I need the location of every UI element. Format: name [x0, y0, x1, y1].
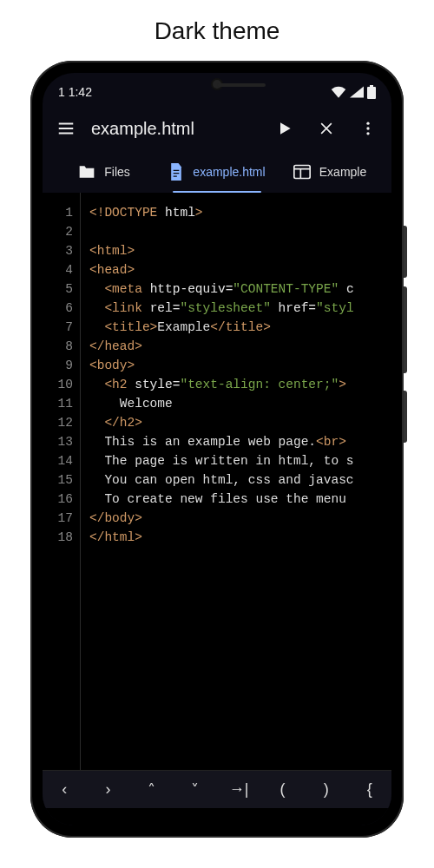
- code-line[interactable]: <!DOCTYPE html>: [89, 203, 391, 222]
- tabs: Files example.html Example: [43, 151, 391, 193]
- code-line[interactable]: You can open html, css and javasc: [89, 470, 391, 490]
- code-line[interactable]: <body>: [89, 356, 391, 375]
- line-number: 6: [43, 299, 73, 318]
- web-icon: [293, 164, 311, 180]
- tab-label: Files: [104, 165, 130, 179]
- line-number: 3: [43, 241, 73, 260]
- line-number: 9: [43, 356, 73, 375]
- line-number: 13: [43, 432, 73, 451]
- code-line[interactable]: Welcome: [89, 394, 391, 413]
- tab-files[interactable]: Files: [48, 151, 161, 193]
- side-button: [404, 226, 407, 278]
- code-line[interactable]: <html>: [89, 241, 391, 260]
- code-editor[interactable]: 123456789101112131415161718 <!DOCTYPE ht…: [43, 193, 391, 770]
- chevron-left-icon[interactable]: ‹: [43, 771, 86, 808]
- tab-label: Example: [319, 165, 366, 179]
- tab-icon[interactable]: →|: [217, 771, 260, 808]
- signal-icon: [350, 86, 364, 98]
- code-line[interactable]: [89, 222, 391, 241]
- line-number: 5: [43, 279, 73, 299]
- screen: 1 1:42 example.html: [43, 73, 391, 825]
- side-button: [404, 391, 407, 443]
- line-number: 15: [43, 470, 73, 490]
- chevron-up-icon[interactable]: ˄: [130, 771, 174, 808]
- line-number: 2: [43, 222, 73, 241]
- play-icon: [276, 120, 293, 137]
- nav-bar: [43, 808, 391, 825]
- svg-rect-5: [294, 166, 310, 179]
- battery-icon: [367, 85, 376, 99]
- svg-point-4: [366, 132, 369, 135]
- line-number: 1: [43, 203, 73, 222]
- line-number: 4: [43, 260, 73, 279]
- editor-toolbar: ‹›˄˅→|(){: [43, 770, 391, 808]
- code-line[interactable]: </body>: [89, 509, 391, 528]
- menu-button[interactable]: [48, 110, 84, 147]
- code-line[interactable]: <h2 style="text-align: center;">: [89, 375, 391, 394]
- tab-label: example.html: [193, 165, 265, 179]
- code-line[interactable]: </html>: [89, 528, 391, 547]
- line-number: 7: [43, 318, 73, 337]
- line-number: 8: [43, 337, 73, 356]
- line-number: 10: [43, 375, 73, 394]
- hamburger-icon: [56, 119, 76, 138]
- line-number: 17: [43, 509, 73, 528]
- status-bar: 1 1:42: [43, 73, 391, 106]
- close-icon: [318, 120, 335, 137]
- code-line[interactable]: To create new files use the menu: [89, 490, 391, 509]
- line-number: 16: [43, 490, 73, 509]
- code-area[interactable]: <!DOCTYPE html> <html><head> <meta http-…: [81, 193, 391, 770]
- tab-example[interactable]: Example: [273, 151, 386, 193]
- overflow-button[interactable]: [350, 110, 386, 147]
- svg-rect-0: [367, 87, 376, 99]
- paren-close-icon[interactable]: ): [305, 771, 348, 808]
- wifi-icon: [331, 86, 346, 98]
- file-icon: [168, 163, 184, 181]
- paren-open-icon[interactable]: (: [260, 771, 304, 808]
- folder-icon: [78, 164, 95, 180]
- brace-open-icon[interactable]: {: [348, 771, 391, 808]
- chevron-right-icon[interactable]: ›: [86, 771, 129, 808]
- page-title: Dark theme: [155, 17, 280, 45]
- code-line[interactable]: <title>Example</title>: [89, 318, 391, 337]
- svg-point-3: [366, 127, 369, 129]
- code-line[interactable]: The page is written in html, to s: [89, 451, 391, 470]
- more-vert-icon: [359, 120, 377, 137]
- code-line[interactable]: </h2>: [89, 413, 391, 432]
- line-number: 12: [43, 413, 73, 432]
- side-button: [404, 286, 407, 373]
- status-icons: [331, 85, 376, 99]
- line-number: 18: [43, 528, 73, 547]
- code-line[interactable]: </head>: [89, 337, 391, 356]
- status-time: 1 1:42: [58, 85, 92, 99]
- tab-example-html[interactable]: example.html: [161, 151, 273, 193]
- line-number: 14: [43, 451, 73, 470]
- line-gutter: 123456789101112131415161718: [43, 193, 81, 770]
- close-button[interactable]: [308, 110, 345, 147]
- svg-point-2: [366, 122, 369, 125]
- phone-frame: 1 1:42 example.html: [30, 61, 404, 838]
- app-bar: example.html: [43, 106, 391, 151]
- run-button[interactable]: [266, 110, 303, 147]
- code-line[interactable]: <link rel="stylesheet" href="styl: [89, 299, 391, 318]
- code-line[interactable]: <meta http-equiv="CONTENT-TYPE" c: [89, 279, 391, 299]
- line-number: 11: [43, 394, 73, 413]
- svg-rect-1: [370, 85, 373, 87]
- code-line[interactable]: This is an example web page.<br>: [89, 432, 391, 451]
- code-line[interactable]: <head>: [89, 260, 391, 279]
- chevron-down-icon[interactable]: ˅: [174, 771, 217, 808]
- app-title: example.html: [89, 119, 261, 139]
